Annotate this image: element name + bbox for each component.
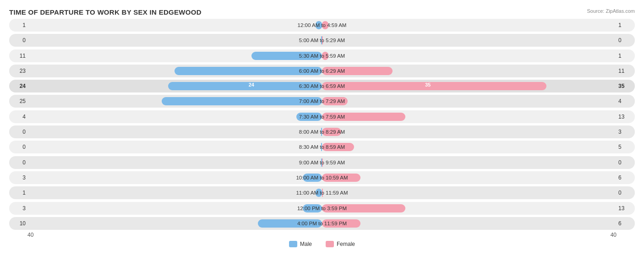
male-bar bbox=[162, 97, 322, 105]
left-value: 1 bbox=[9, 190, 27, 196]
row-label: 11:00 AM to 11:59 AM bbox=[296, 190, 348, 196]
chart-row: 257:00 AM to 7:29 AM4 bbox=[9, 95, 635, 108]
right-value: 6 bbox=[617, 174, 635, 181]
source-text: Source: ZipAtlas.com bbox=[587, 8, 635, 14]
chart-row: 111:00 AM to 11:59 AM0 bbox=[9, 186, 635, 199]
left-value: 3 bbox=[9, 205, 27, 212]
legend-female-label: Female bbox=[337, 241, 355, 247]
bars-center: 7:30 AM to 7:59 AM bbox=[27, 110, 617, 123]
bars-center: 12:00 AM to 4:59 AM bbox=[27, 19, 617, 32]
left-value: 0 bbox=[9, 144, 27, 150]
legend-female-box bbox=[326, 241, 334, 247]
row-label: 12:00 AM to 4:59 AM bbox=[298, 22, 347, 28]
bars-center: 5:30 AM to 5:59 AM bbox=[27, 49, 617, 62]
right-value: 1 bbox=[617, 22, 635, 28]
axis-bottom: 40 40 bbox=[9, 232, 635, 238]
axis-right: 40 bbox=[611, 232, 617, 238]
right-value: 5 bbox=[617, 144, 635, 150]
row-label: 10:00 AM to 10:59 AM bbox=[296, 175, 348, 180]
female-bar bbox=[322, 82, 546, 90]
bars-center: 7:00 AM to 7:29 AM bbox=[27, 95, 617, 108]
bars-center: 9:00 AM to 9:59 AM bbox=[27, 156, 617, 169]
left-value: 4 bbox=[9, 114, 27, 120]
row-label: 7:30 AM to 7:59 AM bbox=[299, 114, 345, 120]
left-value: 24 bbox=[9, 83, 27, 89]
row-label: 9:00 AM to 9:59 AM bbox=[299, 160, 345, 165]
female-bar-wrap bbox=[322, 82, 546, 91]
chart-row: 104:00 PM to 11:59 PM6 bbox=[9, 217, 635, 230]
right-value: 0 bbox=[617, 190, 635, 196]
legend-female: Female bbox=[326, 241, 355, 247]
legend-male-label: Male bbox=[300, 241, 312, 247]
row-label: 6:30 AM to 6:59 AM bbox=[299, 83, 345, 89]
chart-row: 236:00 AM to 6:29 AM11 bbox=[9, 65, 635, 77]
chart-row: 09:00 AM to 9:59 AM0 bbox=[9, 156, 635, 169]
rows-container: 112:00 AM to 4:59 AM105:00 AM to 5:29 AM… bbox=[9, 19, 635, 230]
right-value: 0 bbox=[617, 159, 635, 166]
left-value: 3 bbox=[9, 174, 27, 181]
row-label: 7:00 AM to 7:29 AM bbox=[299, 98, 345, 104]
right-value: 13 bbox=[617, 205, 635, 212]
left-value: 0 bbox=[9, 159, 27, 166]
chart-row: 310:00 AM to 10:59 AM6 bbox=[9, 171, 635, 184]
male-bar-value: 24 bbox=[249, 82, 254, 87]
right-value: 11 bbox=[617, 68, 635, 74]
left-value: 11 bbox=[9, 53, 27, 59]
chart-area: 112:00 AM to 4:59 AM105:00 AM to 5:29 AM… bbox=[9, 19, 635, 246]
female-bar-value: 35 bbox=[425, 82, 431, 87]
right-value: 1 bbox=[617, 53, 635, 59]
right-value: 6 bbox=[617, 220, 635, 227]
chart-row: 246:30 AM to 6:59 AM243535 bbox=[9, 80, 635, 92]
axis-left: 40 bbox=[27, 232, 33, 238]
chart-row: 312:00 PM to 3:59 PM13 bbox=[9, 202, 635, 215]
right-value: 35 bbox=[617, 83, 635, 89]
chart-row: 47:30 AM to 7:59 AM13 bbox=[9, 110, 635, 123]
right-value: 13 bbox=[617, 114, 635, 120]
chart-row: 115:30 AM to 5:59 AM1 bbox=[9, 49, 635, 62]
chart-row: 08:00 AM to 8:29 AM3 bbox=[9, 125, 635, 138]
bars-center: 4:00 PM to 11:59 PM bbox=[27, 217, 617, 230]
right-value: 0 bbox=[617, 37, 635, 44]
male-bar-wrap bbox=[162, 97, 322, 106]
row-label: 12:00 PM to 3:59 PM bbox=[297, 206, 347, 211]
bars-center: 10:00 AM to 10:59 AM bbox=[27, 171, 617, 184]
chart-row: 112:00 AM to 4:59 AM1 bbox=[9, 19, 635, 32]
legend-male: Male bbox=[289, 241, 312, 247]
bars-center: 8:30 AM to 8:59 AM bbox=[27, 141, 617, 153]
bars-center: 8:00 AM to 8:29 AM bbox=[27, 125, 617, 138]
row-label: 8:30 AM to 8:59 AM bbox=[299, 144, 345, 150]
bars-center: 6:00 AM to 6:29 AM bbox=[27, 65, 617, 77]
right-value: 3 bbox=[617, 129, 635, 135]
row-label: 5:00 AM to 5:29 AM bbox=[299, 38, 345, 43]
left-value: 10 bbox=[9, 220, 27, 227]
chart-row: 08:30 AM to 8:59 AM5 bbox=[9, 141, 635, 153]
bars-center: 12:00 PM to 3:59 PM bbox=[27, 202, 617, 215]
row-label: 8:00 AM to 8:29 AM bbox=[299, 129, 345, 135]
chart-container: TIME OF DEPARTURE TO WORK BY SEX IN EDGE… bbox=[0, 0, 644, 272]
left-value: 0 bbox=[9, 37, 27, 44]
right-value: 4 bbox=[617, 98, 635, 104]
row-label: 6:00 AM to 6:29 AM bbox=[299, 68, 345, 74]
row-label: 5:30 AM to 5:59 AM bbox=[299, 53, 345, 59]
left-value: 1 bbox=[9, 22, 27, 28]
left-value: 25 bbox=[9, 98, 27, 104]
chart-title: TIME OF DEPARTURE TO WORK BY SEX IN EDGE… bbox=[9, 8, 635, 16]
left-value: 0 bbox=[9, 129, 27, 135]
row-label: 4:00 PM to 11:59 PM bbox=[297, 221, 347, 226]
bars-center: 5:00 AM to 5:29 AM bbox=[27, 34, 617, 47]
bars-center: 11:00 AM to 11:59 AM bbox=[27, 186, 617, 199]
legend: Male Female bbox=[9, 241, 635, 247]
chart-row: 05:00 AM to 5:29 AM0 bbox=[9, 34, 635, 47]
legend-male-box bbox=[289, 241, 297, 247]
left-value: 23 bbox=[9, 68, 27, 74]
bars-center: 6:30 AM to 6:59 AM2435 bbox=[27, 80, 617, 92]
